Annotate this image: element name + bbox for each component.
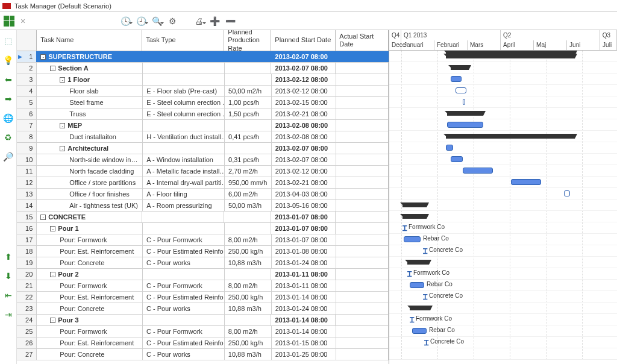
task-bar[interactable] — [463, 168, 493, 174]
task-row[interactable]: 23Pour: ConcreteC - Pour works10,88 m3/h… — [17, 303, 389, 315]
task-row[interactable]: 26Pour: Est. ReinforcementC - Pour Estim… — [17, 337, 389, 349]
task-bar[interactable] — [463, 99, 465, 105]
task-row[interactable]: 15-CONCRETE2013-01-07 08:00 — [17, 212, 389, 223]
vtool-up-icon[interactable]: ⬆ — [2, 251, 14, 263]
task-row[interactable]: 12Office / store partitionsA - Internal … — [17, 177, 389, 189]
summary-bar[interactable] — [447, 111, 483, 116]
gantt-row[interactable] — [389, 51, 617, 62]
view-grid-icon[interactable] — [4, 16, 14, 27]
task-bar[interactable] — [412, 328, 427, 334]
task-row[interactable]: 25Pour: FormworkC - Pour Formwork8,00 m2… — [17, 326, 389, 337]
tree-toggle-icon[interactable]: - — [50, 226, 55, 231]
task-row[interactable]: 10North-side window in…A - Window instal… — [17, 154, 389, 166]
milestone-tick[interactable]: Ꮖ — [423, 247, 428, 256]
gantt-row[interactable]: ᏆFormwork Co — [389, 222, 617, 234]
gantt-row[interactable]: ᏆFormwork Co — [389, 314, 617, 325]
gantt-row[interactable]: ᏆConcrete Co — [389, 245, 617, 257]
task-row[interactable]: 11North facade claddingA - Metallic faca… — [17, 166, 389, 177]
task-row[interactable]: 7-MEP2013-02-08 08:00 — [17, 120, 389, 131]
task-bar[interactable] — [451, 156, 463, 162]
tree-toggle-icon[interactable]: - — [50, 66, 55, 71]
summary-bar[interactable] — [410, 306, 430, 310]
task-row[interactable]: 1▶-SUPERSTRUCTURE2013-02-07 08:00 — [17, 51, 389, 63]
tree-toggle-icon[interactable]: - — [50, 318, 55, 323]
task-row[interactable]: 8Duct installaitonH - Ventilation duct i… — [17, 131, 389, 143]
task-row[interactable]: 6TrussE - Steel column erection …1,50 pc… — [17, 108, 389, 120]
task-row[interactable]: 9-Architectural2013-02-07 08:00 — [17, 143, 389, 154]
task-row[interactable]: 19Pour: ConcreteC - Pour works10,88 m3/h… — [17, 257, 389, 269]
gantt-row[interactable] — [389, 348, 617, 360]
task-bar[interactable] — [447, 122, 483, 128]
task-row[interactable]: 5Steel frameE - Steel column erection …1… — [17, 97, 389, 108]
clock-button[interactable]: 🕓 — [119, 15, 131, 27]
gantt-row[interactable] — [389, 62, 617, 74]
task-row[interactable]: 24-Pour 32013-01-14 08:00 — [17, 315, 389, 326]
task-tree-button[interactable]: ⚙ — [166, 15, 178, 27]
task-bar[interactable] — [456, 87, 466, 93]
tree-toggle-icon[interactable]: - — [40, 215, 46, 220]
task-row[interactable]: 21Pour: FormworkC - Pour Formwork8,00 m2… — [17, 280, 389, 292]
tree-toggle-icon[interactable]: - — [40, 54, 46, 60]
vtool-1[interactable]: ⬚ — [2, 35, 14, 47]
gantt-row[interactable] — [389, 108, 617, 119]
milestone-tick[interactable]: Ꮖ — [402, 224, 407, 233]
col-header-rate[interactable]: Planned Production Rate — [224, 30, 271, 51]
clock-edit-button[interactable]: 🕘 — [135, 15, 147, 27]
gantt-row[interactable]: Rebar Co — [389, 325, 617, 337]
task-bar[interactable] — [564, 190, 570, 196]
gantt-row[interactable] — [389, 165, 617, 177]
gantt-row[interactable]: ᏆFormwork Co — [389, 268, 617, 280]
gantt-row[interactable] — [389, 85, 617, 96]
vtool-outdent-icon[interactable]: ⇤ — [2, 289, 14, 301]
col-header-start[interactable]: Planned Start Date — [271, 30, 336, 51]
gantt-row[interactable] — [389, 211, 617, 222]
gantt-chart[interactable]: Q4Q1 2013Q2Q3 DeceJanuariFebruariMarsApr… — [389, 30, 617, 364]
task-bar[interactable] — [511, 179, 541, 185]
task-row[interactable]: 17Pour: FormworkC - Pour Formwork8,00 m2… — [17, 234, 389, 246]
task-row[interactable]: 14Air - tightness test (UK)A - Room pres… — [17, 200, 389, 212]
col-header-type[interactable]: Task Type — [142, 30, 224, 51]
gantt-row[interactable] — [389, 303, 617, 314]
task-row[interactable]: 4Floor slabE - Floor slab (Pre-cast)50,0… — [17, 86, 389, 97]
remove-task-button[interactable]: ➖ — [224, 15, 236, 27]
gantt-row[interactable] — [389, 188, 617, 199]
vtool-down-icon[interactable]: ⬇ — [2, 270, 14, 282]
print-button[interactable]: 🖨 — [193, 15, 205, 27]
task-row[interactable]: 3-1 Floor2013-02-12 08:00 — [17, 74, 389, 86]
gantt-row[interactable] — [389, 119, 617, 131]
vtool-globe-icon[interactable]: 🌐 — [2, 112, 14, 124]
task-row[interactable]: 27Pour: ConcreteC - Pour works10,88 m3/h… — [17, 349, 389, 360]
gantt-row[interactable] — [389, 74, 617, 85]
task-row[interactable]: 22Pour: Est. ReinforcementC - Pour Estim… — [17, 292, 389, 303]
task-bar[interactable] — [410, 282, 424, 288]
gantt-row[interactable] — [389, 131, 617, 142]
gantt-row[interactable]: Rebar Co — [389, 234, 617, 245]
search-button[interactable]: 🔍 — [151, 15, 163, 27]
summary-bar[interactable] — [451, 65, 469, 70]
gantt-row[interactable]: Rebar Co — [389, 280, 617, 291]
gantt-row[interactable] — [389, 142, 617, 154]
gantt-row[interactable] — [389, 177, 617, 188]
task-row[interactable]: 13Office / floor finishesA - Floor tilin… — [17, 189, 389, 200]
milestone-tick[interactable]: Ꮖ — [423, 293, 428, 301]
summary-bar[interactable] — [446, 134, 575, 139]
task-bar[interactable] — [404, 236, 421, 242]
summary-bar[interactable] — [407, 260, 429, 265]
task-row[interactable]: 16-Pour 12013-01-07 08:00 — [17, 223, 389, 234]
milestone-tick[interactable]: Ꮖ — [424, 339, 429, 347]
summary-bar[interactable] — [446, 54, 575, 58]
vtool-indent-left[interactable]: ⬅ — [2, 74, 14, 86]
col-header-name[interactable]: Task Name — [37, 30, 142, 51]
tree-toggle-icon[interactable]: - — [60, 77, 65, 83]
task-row[interactable]: 2-Section A2013-02-07 08:00 — [17, 63, 389, 74]
task-bar[interactable] — [446, 145, 453, 151]
vtool-search-icon[interactable]: 🔎 — [2, 151, 14, 163]
task-row[interactable]: 18Pour: Est. ReinforcementC - Pour Estim… — [17, 246, 389, 257]
gantt-row[interactable] — [389, 199, 617, 211]
gantt-row[interactable]: ᏆConcrete Co — [389, 291, 617, 303]
add-task-button[interactable]: ➕ — [208, 15, 221, 27]
vtool-refresh-icon[interactable]: ♻ — [2, 131, 14, 143]
gantt-row[interactable]: ᏆConcrete Co — [389, 337, 617, 348]
task-bar[interactable] — [451, 76, 462, 82]
gantt-row[interactable] — [389, 154, 617, 165]
